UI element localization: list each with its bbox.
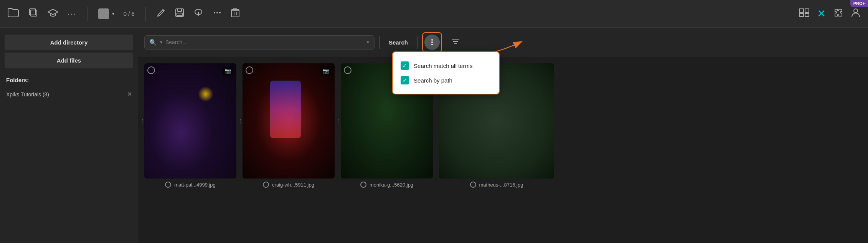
filename-2: craig-wh...5911.jpg bbox=[272, 182, 314, 188]
select-checkbox-1[interactable] bbox=[147, 66, 155, 74]
filter-icon[interactable] bbox=[451, 38, 460, 47]
checkbox-match-all[interactable]: ✓ bbox=[401, 61, 409, 70]
more-dots-icon[interactable]: ··· bbox=[68, 9, 76, 18]
selection-circle-2[interactable] bbox=[263, 182, 269, 188]
svg-rect-4 bbox=[178, 9, 182, 12]
image-thumb-2: 📷 bbox=[243, 63, 335, 179]
filename-row-2: craig-wh...5911.jpg bbox=[263, 182, 314, 188]
search-button[interactable]: Search bbox=[379, 36, 417, 49]
main-layout: Add directory Add files Folders: Xpiks T… bbox=[0, 28, 868, 243]
search-input-wrapper: 🔍 ▾ × bbox=[144, 35, 375, 50]
close-x-icon[interactable]: ✕ bbox=[817, 7, 826, 20]
user-icon[interactable] bbox=[851, 8, 860, 20]
chevron-down-icon: ▾ bbox=[112, 11, 114, 17]
svg-rect-5 bbox=[177, 13, 182, 16]
filename-row-4: matheus-...8716.jpg bbox=[470, 182, 523, 188]
layout-icon[interactable] bbox=[799, 8, 809, 19]
grad-cap-icon[interactable] bbox=[48, 8, 58, 19]
select-checkbox-3[interactable] bbox=[344, 66, 351, 74]
folder-icon[interactable] bbox=[8, 8, 19, 20]
image-grid: ⋮ 📷 matt-pal...4999.jpg ⋮ � bbox=[138, 57, 868, 243]
pro-badge: PRO+ bbox=[850, 0, 868, 7]
filename-row-3: monika-g...5620.jpg bbox=[360, 182, 413, 188]
match-all-label: Search match all terms bbox=[414, 63, 472, 69]
svg-point-18 bbox=[431, 44, 433, 45]
image-thumb-1: 📷 bbox=[144, 63, 236, 179]
filename-1: matt-pal...4999.jpg bbox=[174, 182, 216, 188]
image-card: ⋮ 📷 matt-pal...4999.jpg bbox=[144, 63, 236, 188]
toolbar: ··· ▾ 0 / 8 bbox=[0, 0, 868, 28]
svg-rect-13 bbox=[800, 13, 804, 17]
overflow-menu-icon[interactable] bbox=[213, 8, 222, 20]
svg-point-15 bbox=[854, 9, 858, 13]
color-swatch[interactable] bbox=[98, 8, 109, 19]
svg-point-16 bbox=[431, 39, 433, 41]
search-input[interactable] bbox=[165, 39, 363, 45]
svg-rect-12 bbox=[805, 9, 809, 13]
dropdown-item-1[interactable]: ✓ Search match all terms bbox=[401, 58, 491, 73]
svg-marker-2 bbox=[48, 9, 58, 15]
selection-circle-3[interactable] bbox=[360, 182, 366, 188]
search-icon: 🔍 bbox=[149, 39, 157, 46]
folder-item: Xpiks Tutorials (8) × bbox=[0, 86, 138, 102]
copy-icon[interactable] bbox=[28, 8, 38, 20]
add-files-button[interactable]: Add files bbox=[5, 53, 133, 68]
filename-row-1: matt-pal...4999.jpg bbox=[165, 182, 216, 188]
folder-close-button[interactable]: × bbox=[127, 90, 132, 98]
content-area: 🔍 ▾ × Search ✓ bbox=[138, 28, 868, 243]
search-bar: 🔍 ▾ × Search ✓ bbox=[138, 28, 868, 57]
color-swatch-area[interactable]: ▾ bbox=[98, 8, 114, 19]
dropdown-item-2[interactable]: ✓ Search by path bbox=[401, 73, 491, 88]
camera-badge-2: 📷 bbox=[320, 66, 332, 76]
add-directory-button[interactable]: Add directory bbox=[5, 35, 133, 50]
image-thumb-container-2: ⋮ 📷 bbox=[243, 63, 335, 179]
save-icon[interactable] bbox=[175, 8, 184, 20]
folder-name: Xpiks Tutorials (8) bbox=[6, 91, 49, 98]
checkbox-by-path[interactable]: ✓ bbox=[401, 76, 409, 84]
camera-badge-1: 📷 bbox=[222, 66, 233, 76]
selection-circle-4[interactable] bbox=[470, 182, 476, 188]
options-button[interactable] bbox=[424, 35, 440, 50]
separator-2 bbox=[145, 7, 146, 21]
svg-rect-14 bbox=[805, 13, 809, 17]
folders-label: Folders: bbox=[0, 71, 138, 86]
svg-rect-11 bbox=[800, 9, 804, 13]
svg-point-9 bbox=[219, 12, 221, 13]
filename-3: monika-g...5620.jpg bbox=[370, 182, 413, 188]
svg-point-8 bbox=[216, 12, 218, 13]
chevron-filter-icon[interactable]: ▾ bbox=[160, 40, 162, 45]
options-dropdown: ✓ Search match all terms ✓ Search by pat… bbox=[392, 51, 500, 94]
separator-1 bbox=[87, 7, 87, 21]
svg-point-17 bbox=[431, 41, 433, 43]
select-checkbox-2[interactable] bbox=[246, 66, 253, 74]
options-wrapper: ✓ Search match all terms ✓ Search by pat… bbox=[422, 32, 442, 52]
toolbar-right: ✕ PRO+ bbox=[799, 7, 860, 20]
image-card-2: ⋮ 📷 craig-wh...5911.jpg bbox=[243, 63, 335, 188]
edit-icon[interactable] bbox=[157, 8, 166, 20]
image-thumb-container-1: ⋮ 📷 bbox=[144, 63, 236, 179]
puzzle-icon[interactable] bbox=[833, 8, 843, 20]
by-path-label: Search by path bbox=[414, 77, 452, 84]
upload-icon[interactable] bbox=[193, 8, 203, 20]
filename-4: matheus-...8716.jpg bbox=[479, 182, 523, 188]
search-clear-button[interactable]: × bbox=[366, 39, 370, 46]
svg-point-7 bbox=[214, 12, 215, 13]
trash-icon[interactable] bbox=[231, 8, 239, 20]
sidebar: Add directory Add files Folders: Xpiks T… bbox=[0, 28, 138, 243]
selection-circle-1[interactable] bbox=[165, 182, 171, 188]
file-count: 0 / 8 bbox=[124, 10, 135, 17]
